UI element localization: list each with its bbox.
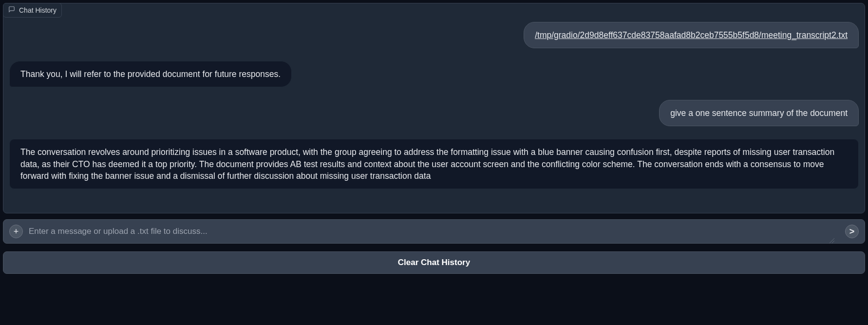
message-input[interactable] — [29, 227, 839, 236]
user-file-message: /tmp/gradio/2d9d8eff637cde83758aafad8b2c… — [524, 22, 859, 48]
resize-handle-icon[interactable] — [829, 236, 834, 242]
clear-chat-button[interactable]: Clear Chat History — [3, 251, 865, 274]
clear-chat-label: Clear Chat History — [398, 258, 470, 267]
user-message: give a one sentence summary of the docum… — [659, 100, 859, 126]
message-row-bot: Thank you, I will refer to the provided … — [9, 61, 859, 87]
message-row-user-file: /tmp/gradio/2d9d8eff637cde83758aafad8b2c… — [9, 22, 859, 48]
bot-message: Thank you, I will refer to the provided … — [9, 61, 292, 87]
chat-icon — [8, 6, 15, 15]
chat-header-label: Chat History — [19, 6, 57, 14]
chat-header-tab: Chat History — [3, 3, 62, 18]
bot-message-wide: The conversation revolves around priorit… — [9, 139, 859, 189]
input-bar: + > — [3, 219, 865, 244]
message-row-bot-wide: The conversation revolves around priorit… — [9, 139, 859, 189]
add-button[interactable]: + — [9, 225, 23, 238]
messages-area: /tmp/gradio/2d9d8eff637cde83758aafad8b2c… — [3, 3, 865, 195]
file-link[interactable]: /tmp/gradio/2d9d8eff637cde83758aafad8b2c… — [535, 30, 848, 40]
send-icon: > — [849, 227, 855, 237]
plus-icon: + — [14, 227, 19, 237]
send-button[interactable]: > — [845, 225, 859, 238]
svg-line-1 — [832, 241, 834, 243]
message-row-user: give a one sentence summary of the docum… — [9, 100, 859, 126]
svg-line-0 — [830, 238, 834, 243]
chat-container: Chat History /tmp/gradio/2d9d8eff637cde8… — [3, 3, 865, 213]
